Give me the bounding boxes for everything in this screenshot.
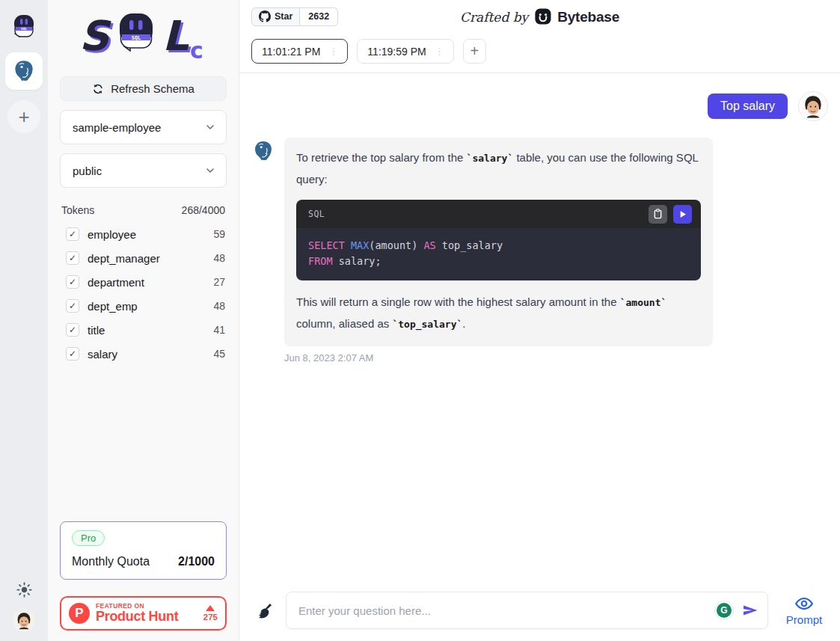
upvote-icon <box>206 605 215 611</box>
sql-text: salary; <box>333 255 381 267</box>
message-text: This will return a single row with the h… <box>296 295 620 308</box>
assistant-paragraph: This will return a single row with the h… <box>296 292 701 335</box>
grammarly-icon: G <box>717 603 732 618</box>
sql-code-block: SQL <box>296 200 701 280</box>
product-hunt-badge[interactable]: P FEATURED ON Product Hunt 275 <box>60 596 227 631</box>
assistant-message-block: To retrieve the top salary from the `sal… <box>284 138 713 364</box>
tab-label: 11:19:59 PM <box>367 46 426 58</box>
message-text: To retrieve the top salary from the <box>296 151 467 164</box>
eye-icon <box>794 595 814 612</box>
database-select[interactable]: sample-employee <box>60 110 227 144</box>
table-row: ✓ dept_emp 48 <box>60 294 227 318</box>
table-token-count: 27 <box>213 276 225 288</box>
sql-chat-app: SQL + <box>0 0 840 641</box>
sql-keyword: AS <box>423 239 435 251</box>
table-checkbox[interactable]: ✓ <box>66 299 79 313</box>
plus-icon: + <box>470 43 479 60</box>
grammarly-badge[interactable]: G <box>714 601 734 620</box>
table-token-count: 59 <box>213 228 225 240</box>
table-token-count: 41 <box>213 324 225 336</box>
sidebar: S S SQL L L c <box>48 0 239 641</box>
schema-select-value: public <box>73 165 102 177</box>
table-token-count: 48 <box>213 252 225 264</box>
svg-text:SQL: SQL <box>21 27 27 31</box>
send-button[interactable] <box>741 601 759 619</box>
table-checkbox[interactable]: ✓ <box>66 227 79 241</box>
user-avatar <box>798 91 828 121</box>
schema-select[interactable]: public <box>60 153 227 188</box>
quota-card: Pro Monthly Quota 2/1000 <box>60 521 227 580</box>
bytebase-logo-icon <box>534 8 551 25</box>
add-connection-button[interactable]: + <box>7 100 40 133</box>
code-line: FROM salary; <box>308 254 689 269</box>
prompt-button[interactable]: Prompt <box>780 595 828 626</box>
table-name: dept_emp <box>88 300 205 313</box>
svg-text:SQL: SQL <box>131 35 141 41</box>
table-row: ✓ salary 45 <box>60 342 227 366</box>
message-text: . <box>462 317 465 330</box>
github-icon <box>259 10 271 22</box>
crafted-by-label: Crafted by <box>460 9 528 24</box>
table-row: ✓ employee 59 <box>60 222 227 246</box>
code-block-header: SQL <box>296 200 701 228</box>
svg-text:L: L <box>162 12 189 60</box>
table-token-count: 48 <box>213 300 225 312</box>
table-name: employee <box>88 228 205 241</box>
prompt-label: Prompt <box>786 613 822 626</box>
user-face-icon <box>799 92 827 120</box>
sql-function: MAX <box>345 239 370 251</box>
send-icon <box>741 601 759 619</box>
user-face-icon <box>13 610 35 632</box>
code-line: SELECT MAX(amount) AS top_salary <box>308 238 689 254</box>
user-message-bubble: Top salary <box>708 93 788 119</box>
table-checkbox[interactable]: ✓ <box>66 275 79 289</box>
question-input[interactable] <box>286 592 768 629</box>
run-query-button[interactable] <box>673 205 692 224</box>
refresh-schema-button[interactable]: Refresh Schema <box>60 76 227 101</box>
sql-text: (amount) <box>369 239 423 251</box>
assistant-message-row: To retrieve the top salary from the `sal… <box>251 138 828 364</box>
code-content: SELECT MAX(amount) AS top_salary FROM sa… <box>296 228 701 280</box>
clear-conversation-button[interactable] <box>254 601 275 621</box>
table-token-count: 45 <box>213 348 225 360</box>
sqlchat-logo: S S SQL L L c <box>60 6 227 69</box>
tab-menu-icon[interactable]: ⋮ <box>433 46 446 57</box>
theme-toggle-button[interactable] <box>16 582 32 598</box>
copy-code-button[interactable] <box>649 205 667 224</box>
table-checkbox[interactable]: ✓ <box>66 251 79 265</box>
star-count: 2632 <box>300 7 338 26</box>
conversation-tab[interactable]: 11:19:59 PM ⋮ <box>357 39 453 64</box>
message-text: column, aliased as <box>296 317 392 330</box>
tab-menu-icon[interactable]: ⋮ <box>327 46 340 57</box>
broom-icon <box>254 601 275 621</box>
plus-icon: + <box>18 107 29 126</box>
github-star-button[interactable]: Star 2632 <box>251 7 338 26</box>
tab-label: 11:01:21 PM <box>262 46 320 58</box>
user-message-row: Top salary <box>251 91 828 121</box>
table-name: department <box>88 276 205 289</box>
crafted-by[interactable]: Crafted by Bytebase <box>460 8 619 25</box>
table-checkbox[interactable]: ✓ <box>66 323 79 337</box>
clipboard-icon <box>653 209 663 219</box>
message-timestamp: Jun 8, 2023 2:07 AM <box>284 352 713 364</box>
sql-keyword: SELECT <box>308 239 345 251</box>
play-icon <box>678 209 687 219</box>
inline-code: `top_salary` <box>392 319 462 330</box>
user-profile-avatar[interactable] <box>13 610 35 632</box>
table-name: title <box>88 324 205 337</box>
postgresql-icon <box>251 139 275 163</box>
assistant-paragraph: To retrieve the top salary from the `sal… <box>296 147 701 190</box>
left-rail: SQL + <box>0 0 48 641</box>
new-conversation-button[interactable]: + <box>463 39 486 64</box>
pro-badge: Pro <box>72 530 105 546</box>
table-checkbox[interactable]: ✓ <box>66 347 79 361</box>
chevron-down-icon <box>205 122 215 132</box>
svg-text:c: c <box>190 37 203 64</box>
sqlchat-bot-avatar[interactable]: SQL <box>8 10 40 42</box>
top-bar: Star 2632 Crafted by Bytebase <box>239 0 840 33</box>
conversation-tab-active[interactable]: 11:01:21 PM ⋮ <box>251 39 348 64</box>
refresh-icon <box>92 83 104 95</box>
inline-code: `amount` <box>620 297 667 308</box>
question-input-wrap: G <box>286 592 768 629</box>
connection-postgres[interactable] <box>5 52 43 90</box>
